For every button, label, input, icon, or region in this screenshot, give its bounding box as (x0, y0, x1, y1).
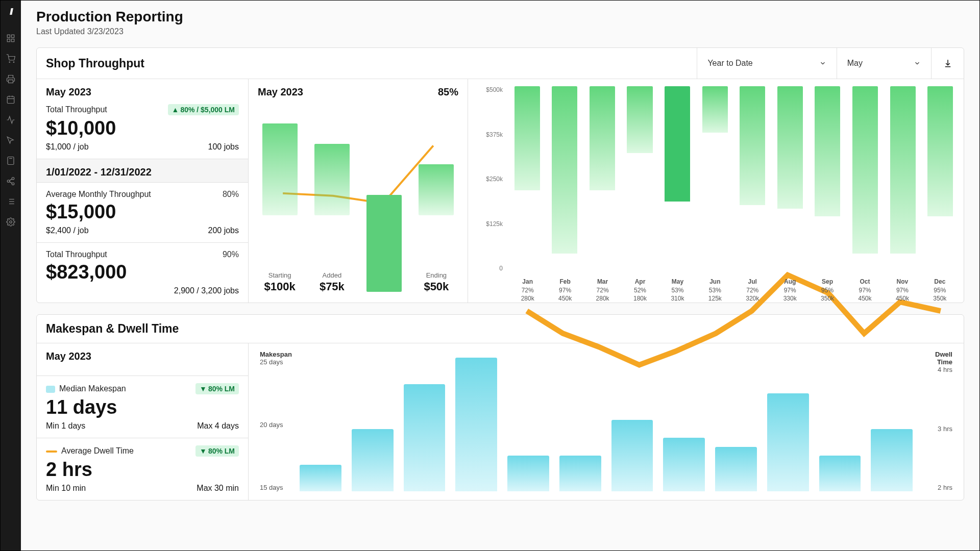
dwell-line-icon (46, 450, 57, 453)
dwell-max: Max 30 min (197, 484, 239, 493)
last-updated: Last Updated 3/23/2023 (36, 27, 964, 36)
svg-rect-2 (7, 39, 10, 42)
chevron-down-icon (819, 60, 826, 67)
avg-per-job: $2,400 / job (46, 226, 89, 235)
svg-point-16 (7, 180, 10, 183)
share-icon[interactable] (6, 177, 15, 186)
makespan-chart: Makespan25 days 20 days 15 days Dwell Ti… (249, 343, 964, 491)
svg-line-19 (9, 179, 12, 181)
download-icon (943, 59, 952, 68)
throughput-badge: ▲ 80% / $5,000 LM (168, 104, 239, 115)
median-makespan-block: Median Makespan ▼ 80% LM 11 days Min 1 d… (37, 376, 248, 438)
cart-icon[interactable] (6, 54, 15, 63)
avg-throughput-label: Average Monthly Throughput (46, 190, 151, 199)
waterfall-period: May 2023 (258, 86, 303, 98)
makespan-period: May 2023 (46, 350, 239, 362)
makespan-max: Max 4 days (197, 421, 239, 431)
calendar-icon[interactable] (6, 95, 15, 104)
chevron-down-icon (914, 60, 921, 67)
total-year-pct: 90% (223, 250, 239, 259)
gear-icon[interactable] (6, 217, 15, 227)
avg-jobs: 200 jobs (208, 226, 239, 235)
total-year-value: $823,000 (46, 261, 239, 283)
sidebar: // (1, 1, 21, 550)
waterfall-chart: May 2023 85% Starting$100kAdded$75kCompl… (249, 79, 468, 303)
range-dropdown-label: Year to Date (707, 59, 752, 68)
svg-point-5 (13, 62, 14, 63)
svg-rect-6 (9, 80, 13, 83)
svg-rect-3 (12, 39, 14, 42)
month-dropdown-label: May (847, 59, 863, 68)
list-icon[interactable] (6, 197, 15, 206)
dwell-badge: ▼ 80% LM (195, 445, 239, 457)
total-throughput-value: $10,000 (46, 117, 239, 139)
grid-icon[interactable] (6, 34, 15, 43)
page-title: Production Reporting (36, 9, 964, 25)
makespan-swatch-icon (46, 386, 55, 393)
dwell-time-block: Average Dwell Time ▼ 80% LM 2 hrs Min 10… (37, 438, 248, 500)
logo-icon: // (10, 7, 12, 17)
makespan-value: 11 days (46, 396, 239, 418)
svg-point-17 (12, 183, 14, 185)
print-icon[interactable] (6, 74, 15, 84)
download-button[interactable] (931, 48, 964, 79)
dwell-min: Min 10 min (46, 484, 86, 493)
throughput-title: Shop Throughput (37, 49, 697, 78)
current-period: May 2023 (46, 86, 239, 98)
calculator-icon[interactable] (6, 156, 15, 165)
per-job-value: $1,000 / job (46, 142, 89, 152)
makespan-min: Min 1 days (46, 421, 85, 431)
makespan-badge: ▼ 80% LM (195, 383, 239, 394)
jobs-value: 100 jobs (208, 142, 239, 152)
left-axis-title: Makespan (260, 350, 290, 358)
current-month-block: May 2023 Total Throughput ▲ 80% / $5,000… (37, 79, 248, 159)
activity-icon[interactable] (6, 115, 15, 124)
svg-line-18 (9, 182, 12, 183)
yearly-chart: $500k$375k$250k$125k0 Jan72%280kFeb97%45… (468, 79, 964, 303)
avg-throughput-value: $15,000 (46, 201, 239, 223)
svg-rect-11 (8, 157, 14, 165)
total-year-jobs: 2,900 / 3,200 jobs (174, 286, 239, 295)
total-year-label: Total Throughput (46, 250, 107, 259)
total-year-block: Total Throughput 90% $823,000 2,900 / 3,… (37, 243, 248, 303)
svg-point-26 (10, 221, 12, 223)
cursor-icon[interactable] (6, 136, 15, 145)
dwell-value: 2 hrs (46, 459, 239, 481)
svg-rect-0 (7, 35, 10, 37)
right-axis-title: Dwell Time (922, 350, 952, 366)
total-throughput-label: Total Throughput (46, 105, 107, 114)
avg-pct: 80% (223, 190, 239, 199)
svg-rect-1 (12, 35, 14, 37)
avg-monthly-block: Average Monthly Throughput 80% $15,000 $… (37, 183, 248, 243)
makespan-label: Median Makespan (59, 384, 126, 393)
dwell-label: Average Dwell Time (61, 446, 134, 455)
svg-rect-7 (7, 96, 14, 104)
prev-year-period: 1/01/2022 - 12/31/2022 (46, 166, 239, 178)
svg-point-4 (9, 62, 10, 63)
svg-point-15 (12, 178, 14, 180)
month-dropdown[interactable]: May (837, 48, 931, 79)
waterfall-pct: 85% (438, 86, 458, 98)
prev-year-header: 1/01/2022 - 12/31/2022 (37, 159, 248, 183)
makespan-title: Makespan & Dwell Time (37, 315, 964, 343)
range-dropdown[interactable]: Year to Date (697, 48, 836, 79)
